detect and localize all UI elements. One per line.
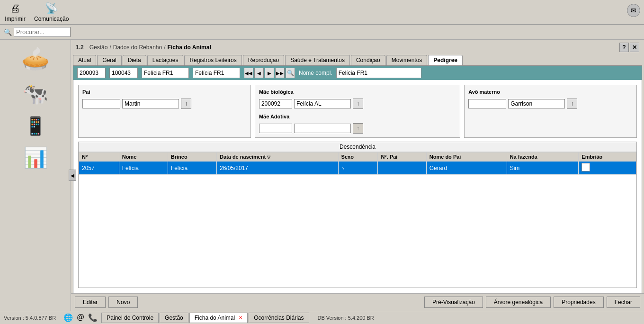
cell-num: 2057 bbox=[79, 162, 119, 175]
phone-icon[interactable]: 📞 bbox=[88, 313, 98, 322]
cell-nome: Felícia bbox=[119, 162, 168, 175]
pai-box: Pai ↑ bbox=[78, 85, 251, 138]
mae-bio-name-field[interactable] bbox=[294, 99, 351, 108]
form-panel: ◀◀ ◀ ▶ ▶▶ 🔍 Nome compl. Pai bbox=[73, 65, 642, 293]
propriedades-button[interactable]: Propriedades bbox=[554, 297, 603, 308]
print-label: Imprimir bbox=[5, 16, 25, 22]
tab-geral[interactable]: Geral bbox=[97, 55, 121, 65]
tab-condicao[interactable]: Condição bbox=[351, 55, 385, 65]
communication-button[interactable]: 📡 Comunicação bbox=[34, 2, 69, 22]
mae-adotiva-label: Mãe Adotiva bbox=[259, 114, 456, 119]
arvore-genealogica-button[interactable]: Árvore genealógica bbox=[486, 297, 551, 308]
mae-bio-id-field[interactable] bbox=[259, 99, 292, 108]
nav-next-button[interactable]: ▶ bbox=[265, 68, 274, 78]
at-icon[interactable]: @ bbox=[77, 313, 84, 322]
ficha-tab-close[interactable]: ✕ bbox=[239, 315, 242, 320]
animal-name2-field[interactable] bbox=[193, 68, 240, 78]
table-row[interactable]: 2057 Felícia Felícia 26/05/2017 ♀ Gerard… bbox=[79, 162, 636, 175]
tab-saude-tratamentos[interactable]: Saúde e Tratamentos bbox=[285, 55, 350, 65]
comm-label: Comunicação bbox=[34, 16, 69, 22]
comm-icon: 📡 bbox=[45, 2, 58, 15]
print-button[interactable]: 🖨 Imprimir bbox=[4, 2, 27, 22]
descendencia-table: N° Nome Brinco Data de nasciment ▽ Sexo … bbox=[79, 152, 636, 175]
mae-biologica-label: Mãe biológica bbox=[259, 89, 456, 95]
animal-id-field[interactable] bbox=[77, 68, 106, 78]
col-sexo: Sexo bbox=[338, 153, 378, 162]
tabs: Atual Geral Dieta Lactações Registros Le… bbox=[71, 55, 644, 65]
version-left: Version : 5.4.0.877 BR bbox=[4, 315, 56, 321]
avo-box: Avô materno ↑ bbox=[464, 85, 637, 138]
embriao-checkbox[interactable] bbox=[581, 163, 590, 171]
status-tab-painel[interactable]: Painel de Controle bbox=[101, 313, 159, 323]
col-num-pai: N°. Pai bbox=[378, 153, 426, 162]
bottom-buttons: Editar Novo Pré-Visualização Árvore gene… bbox=[71, 293, 644, 311]
novo-button[interactable]: Novo bbox=[108, 297, 138, 308]
print-icon: 🖨 bbox=[10, 2, 20, 15]
editar-button[interactable]: Editar bbox=[75, 297, 106, 308]
mae-adot-link-button[interactable]: ↑ bbox=[353, 123, 363, 134]
sidebar: 🥧 🐄 📱 📊 ◀ bbox=[0, 40, 71, 311]
window-close-button[interactable]: ✕ bbox=[630, 43, 639, 52]
nav-last-button[interactable]: ▶▶ bbox=[275, 68, 285, 78]
help-button[interactable]: ? bbox=[619, 43, 629, 52]
nome-compl-label: Nome compl. bbox=[299, 70, 332, 76]
pre-visualizacao-button[interactable]: Pré-Visualização bbox=[424, 297, 483, 308]
nav-prev-button[interactable]: ◀ bbox=[254, 68, 264, 78]
breadcrumb-current: Ficha do Animal bbox=[168, 44, 211, 51]
cell-na-fazenda: Sim bbox=[507, 162, 579, 175]
status-tab-ocorrencias[interactable]: Ocorrências Diárias bbox=[249, 313, 309, 323]
tab-dieta[interactable]: Dieta bbox=[123, 55, 146, 65]
avo-name-field[interactable] bbox=[508, 99, 565, 108]
tab-registros-leiteiros[interactable]: Registros Leiteiros bbox=[184, 55, 242, 65]
sidebar-icon-chart[interactable]: 🥧 bbox=[21, 45, 50, 72]
cell-nome-pai: Gerard bbox=[426, 162, 507, 175]
avo-link-button[interactable]: ↑ bbox=[567, 99, 577, 109]
avo-id-field[interactable] bbox=[468, 99, 506, 108]
breadcrumb-section2: Dados do Rebanho bbox=[113, 44, 162, 51]
avo-materno-label: Avô materno bbox=[468, 89, 633, 95]
search-bar: 🔍 bbox=[0, 25, 644, 40]
sidebar-icon-reports[interactable]: 📊 bbox=[23, 146, 48, 169]
breadcrumb: 1.2 Gestão / Dados do Rebanho / Ficha do… bbox=[71, 40, 644, 55]
sidebar-icon-cow[interactable]: 🐄 bbox=[22, 81, 48, 106]
mae-bio-link-button[interactable]: ↑ bbox=[353, 99, 363, 109]
pai-name-field[interactable] bbox=[122, 99, 179, 108]
pai-link-button[interactable]: ↑ bbox=[181, 99, 191, 109]
tab-reproducao[interactable]: Reprodução bbox=[243, 55, 284, 65]
status-tab-ficha[interactable]: Ficha do Animal ✕ bbox=[189, 313, 248, 323]
animal-code-field[interactable] bbox=[109, 68, 138, 78]
nav-first-button[interactable]: ◀◀ bbox=[244, 68, 253, 78]
toolbar: 🖨 Imprimir 📡 Comunicação ✉ bbox=[0, 0, 644, 25]
tab-atual[interactable]: Atual bbox=[73, 55, 96, 65]
breadcrumb-section1: Gestão bbox=[89, 44, 108, 51]
search-icon: 🔍 bbox=[4, 28, 12, 36]
tab-lactacoes[interactable]: Lactações bbox=[147, 55, 184, 65]
animal-search-button[interactable]: 🔍 bbox=[286, 68, 295, 78]
col-nome-pai: Nome do Pai bbox=[426, 153, 507, 162]
descendencia-section: Descendência N° Nome Brinco Data de nasc… bbox=[78, 142, 637, 288]
cell-sexo: ♀ bbox=[338, 162, 378, 175]
descendencia-title: Descendência bbox=[79, 142, 636, 152]
tab-pedigree[interactable]: Pedigree bbox=[428, 55, 463, 65]
animal-header: ◀◀ ◀ ▶ ▶▶ 🔍 Nome compl. bbox=[73, 66, 642, 80]
pai-id-field[interactable] bbox=[82, 99, 120, 108]
animal-name-field[interactable] bbox=[142, 68, 189, 78]
status-tab-gestao[interactable]: Gestão bbox=[160, 313, 188, 323]
cell-brinco: Felícia bbox=[168, 162, 216, 175]
mae-adot-name-field[interactable] bbox=[294, 124, 351, 133]
cell-data-nasc: 26/05/2017 bbox=[216, 162, 338, 175]
status-bar: Version : 5.4.0.877 BR 🌐 @ 📞 Painel de C… bbox=[0, 311, 644, 324]
breadcrumb-version: 1.2 bbox=[76, 44, 84, 51]
nome-compl-field[interactable] bbox=[336, 68, 421, 78]
search-input[interactable] bbox=[14, 27, 71, 37]
email-button[interactable]: ✉ bbox=[627, 4, 640, 17]
sidebar-collapse-button[interactable]: ◀ bbox=[69, 170, 76, 181]
mae-adot-id-field[interactable] bbox=[259, 124, 292, 133]
tab-movimentos[interactable]: Movimentos bbox=[386, 55, 428, 65]
fechar-button[interactable]: Fechar bbox=[607, 297, 640, 308]
db-version: DB Version : 5.4.200 BR bbox=[318, 315, 374, 321]
col-num: N° bbox=[79, 153, 119, 162]
globe-icon[interactable]: 🌐 bbox=[63, 313, 73, 322]
mae-box: Mãe biológica ↑ Mãe Adotiva ↑ bbox=[255, 85, 460, 138]
sidebar-icon-mobile[interactable]: 📱 bbox=[24, 116, 46, 136]
